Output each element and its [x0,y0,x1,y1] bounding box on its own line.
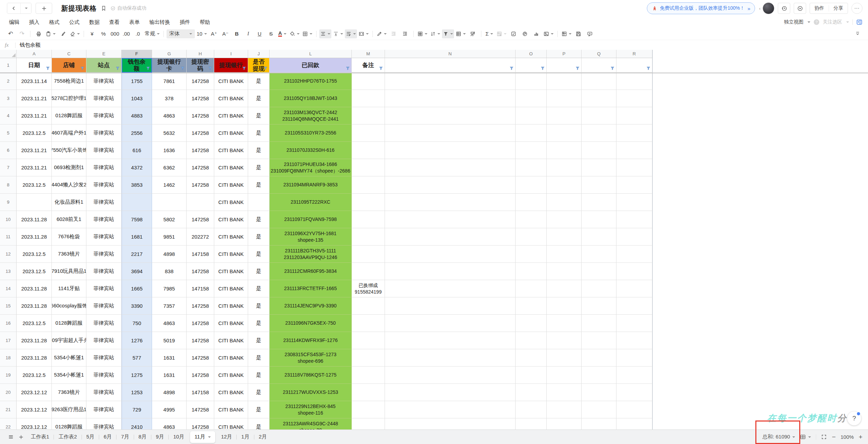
cell-P18[interactable] [547,349,582,367]
column-header-E[interactable]: E [86,50,122,58]
cell-H19[interactable]: 147258 [187,367,214,384]
cell-O19[interactable] [516,367,547,384]
cell-A19[interactable]: 2023.12.5 [17,367,52,384]
cell-H5[interactable]: 147258 [187,124,214,142]
cell-A5[interactable]: 2023.12.5 [17,124,52,142]
font-size-down-button[interactable]: A⁻ [220,29,231,38]
cell-Q17[interactable] [582,332,616,349]
cell-R7[interactable] [616,159,652,176]
cell-F15[interactable]: 3390 [122,297,152,315]
bookmark-icon[interactable] [101,6,106,11]
cell-Q15[interactable] [582,297,616,315]
split-cells-button[interactable] [416,29,428,38]
cell-E7[interactable]: 菲律宾站 [86,159,122,176]
cell-N13[interactable] [385,263,516,280]
cell-M3[interactable] [352,90,385,107]
cell-G9[interactable] [152,194,187,211]
cell-I7[interactable]: CITI BANK [214,159,248,176]
cell-N2[interactable] [385,73,516,90]
hyperlink-button[interactable] [520,29,530,38]
cell-G18[interactable]: 1631 [152,349,187,367]
cell-O7[interactable] [516,159,547,176]
sheet-tab-10[interactable]: 1月 [237,430,254,444]
cell-A17[interactable]: 2023.11.28 [17,332,52,349]
cell-M19[interactable] [352,367,385,384]
cell-G2[interactable]: 7861 [152,73,187,90]
cell-C22[interactable]: 0128舞蹈服 [52,418,86,429]
cell-P4[interactable] [547,107,582,124]
row-header-18[interactable]: 18 [0,349,17,367]
column-header-F[interactable]: F [122,50,152,58]
cell-N1[interactable] [385,58,516,73]
cell-I21[interactable]: CITI BANK [214,401,248,418]
cell-O11[interactable] [516,228,547,246]
row-header-3[interactable]: 3 [0,90,17,107]
cell-A2[interactable]: 2023.11.14 [17,73,52,90]
cell-A21[interactable]: 2023.12.12 [17,401,52,418]
paste-format-button[interactable] [45,29,57,38]
cell-G8[interactable]: 1462 [152,176,187,194]
cell-J6[interactable]: 是 [248,142,270,159]
cell-P19[interactable] [547,367,582,384]
cell-O1[interactable] [516,58,547,73]
cell-I11[interactable]: CITI BANK [214,228,248,246]
sheet-tab-1[interactable]: 工作表2 [54,430,81,444]
cell-J4[interactable]: 是 [248,107,270,124]
cell-O21[interactable] [516,401,547,418]
cell-M10[interactable] [352,211,385,228]
cell-Q19[interactable] [582,367,616,384]
filter-funnel-icon[interactable] [575,66,580,71]
cell-A14[interactable]: 2023.11.28 [17,280,52,297]
cell-F8[interactable]: 3853 [122,176,152,194]
cell-A10[interactable]: 2023.11.28 [17,211,52,228]
cell-J15[interactable]: 是 [248,297,270,315]
filter-funnel-icon[interactable] [180,66,185,71]
cell-Q18[interactable] [582,349,616,367]
pivot-table-button[interactable] [496,29,508,38]
cell-P2[interactable] [547,73,582,90]
cell-C7[interactable]: 0693检测剂1 [52,159,86,176]
format-painter-button[interactable] [57,29,68,38]
cell-A16[interactable]: 2023.12.5 [17,315,52,332]
cell-H11[interactable]: 202272 [187,228,214,246]
cell-O10[interactable] [516,211,547,228]
filter-funnel-icon[interactable] [346,66,350,71]
cell-G12[interactable]: 4898 [152,246,187,263]
cell-O9[interactable] [516,194,547,211]
row-header-8[interactable]: 8 [0,176,17,194]
sum-caret-icon[interactable] [792,436,795,438]
row-header-15[interactable]: 15 [0,297,17,315]
italic-button[interactable]: I [243,29,254,38]
row-header-2[interactable]: 2 [0,73,17,90]
cell-I8[interactable]: CITI BANK [214,176,248,194]
column-header-N[interactable]: N [385,50,516,58]
cell-C19[interactable]: 5354小帐篷1 [52,367,86,384]
cell-M12[interactable] [352,246,385,263]
menu-item-4[interactable]: 数据 [84,19,104,26]
cell-C17[interactable]: 4909宇宙超人手办1 [52,332,86,349]
cell-P17[interactable] [547,332,582,349]
cell-E8[interactable]: 菲律宾站 [86,176,122,194]
menu-item-3[interactable]: 公式 [64,19,84,26]
cell-L3[interactable]: 231105QY18BJWT-1043 [270,90,352,107]
comment-insert-button[interactable] [585,29,595,38]
column-header-J[interactable]: J◂▸ [248,50,270,58]
decrease-decimal-button[interactable]: .0 [132,29,143,38]
cell-C11[interactable]: 7676枪袋 [52,228,86,246]
cell-E22[interactable]: 菲律宾站 [86,418,122,429]
zoom-in-button[interactable]: + [859,433,862,441]
cell-N3[interactable] [385,90,516,107]
cell-E10[interactable]: 菲律宾站 [86,211,122,228]
filter-funnel-icon[interactable] [208,66,213,71]
cell-F2[interactable]: 1755 [122,73,152,90]
cell-J18[interactable]: 是 [248,349,270,367]
row-header-4[interactable]: 4 [0,107,17,124]
borders-button[interactable] [301,29,313,38]
cell-N19[interactable] [385,367,516,384]
cell-N7[interactable] [385,159,516,176]
cell-O14[interactable] [516,280,547,297]
cell-C16[interactable]: 0128舞蹈服 [52,315,86,332]
cell-J17[interactable]: 是 [248,332,270,349]
cell-Q14[interactable] [582,280,616,297]
fullscreen-button[interactable] [821,434,827,440]
